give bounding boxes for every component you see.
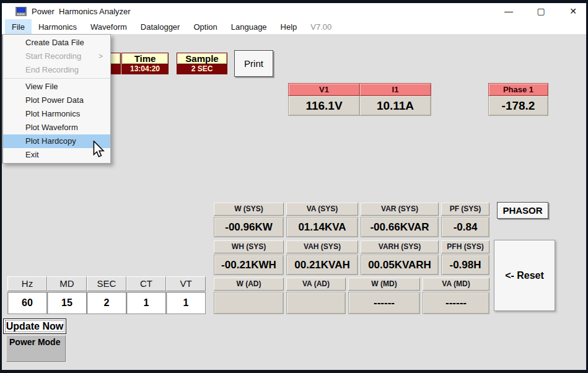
title-bar: Power Harmonics Analyzer — ▢ ✕ (2, 3, 586, 19)
menu-help[interactable]: Help (274, 19, 304, 34)
menu-language[interactable]: Language (224, 19, 274, 34)
grid-value (214, 292, 284, 314)
phasor-button[interactable]: PHASOR (497, 202, 548, 219)
menu-harmonics[interactable]: Harmonics (32, 19, 84, 34)
grid-value: ------ (423, 292, 489, 314)
sample-label: Sample (177, 53, 227, 64)
settings-header: CT (126, 276, 166, 291)
vt-field[interactable]: 1 (166, 292, 206, 314)
grid-value: 00.05KVARH (361, 255, 439, 275)
reset-button[interactable]: <- Reset (494, 240, 555, 311)
v1-value: 116.1V (288, 96, 360, 116)
grid-value: -00.96KW (214, 217, 284, 237)
grid-header: VA (SYS) (286, 203, 358, 216)
grid-value: ------ (348, 292, 420, 314)
sample-panel: Sample 2 SEC (177, 53, 227, 74)
grid-value: -00.21KWH (214, 255, 284, 275)
mouse-cursor-icon (92, 141, 106, 160)
hz-field[interactable]: 60 (7, 292, 47, 314)
grid-value: 01.14KVA (286, 217, 358, 237)
submenu-arrow-icon: > (99, 50, 103, 63)
menu-item-plot-waveform[interactable]: Plot Waveform (3, 121, 110, 134)
time-value: 13:04:20 (122, 64, 168, 74)
measurement-grid: W (SYS) VA (SYS) VAR (SYS) PF (SYS) -00.… (214, 203, 493, 317)
window-title: Power Harmonics Analyzer (32, 7, 131, 16)
menu-item-plot-power-data[interactable]: Plot Power Data (3, 94, 110, 107)
app-icon (15, 7, 27, 16)
grid-header: W (AD) (214, 278, 284, 291)
menu-datalogger[interactable]: Datalogger (134, 19, 187, 34)
grid-header: PFH (SYS) (441, 240, 489, 253)
menu-separator (4, 78, 110, 79)
sample-value: 2 SEC (177, 64, 227, 74)
grid-header: WH (SYS) (214, 240, 284, 253)
settings-header: VT (166, 276, 206, 291)
i1-meter: I1 10.11A (359, 83, 431, 116)
grid-header: VAR (SYS) (361, 203, 439, 216)
md-field[interactable]: 15 (47, 292, 87, 314)
maximize-icon[interactable]: ▢ (533, 6, 549, 16)
menu-item-plot-harmonics[interactable]: Plot Harmonics (3, 107, 110, 121)
phase1-meter: Phase 1 -178.2 (488, 83, 548, 116)
v1-meter: V1 116.1V (288, 83, 360, 116)
settings-table: Hz MD SEC CT VT 60 15 2 1 1 (7, 276, 207, 314)
menu-option[interactable]: Option (186, 19, 224, 34)
menu-file[interactable]: File (5, 19, 32, 34)
menu-item-view-file[interactable]: View File (3, 80, 110, 94)
grid-header: VAH (SYS) (286, 240, 358, 253)
close-icon[interactable]: ✕ (565, 6, 581, 16)
grid-header: W (MD) (348, 278, 420, 291)
menu-version: V7.00 (304, 19, 338, 34)
update-now-button[interactable]: Update Now (3, 318, 66, 334)
grid-value: -0.84 (441, 217, 489, 237)
menu-item-create-data-file[interactable]: Create Data File (3, 36, 110, 50)
power-mode-panel: Power Mode (6, 335, 66, 362)
minimize-icon[interactable]: — (501, 6, 517, 16)
phase1-value: -178.2 (488, 96, 548, 116)
ct-field[interactable]: 1 (126, 292, 166, 314)
menu-bar: File Harmonics Waveform Datalogger Optio… (2, 19, 586, 34)
grid-value: -00.66KVAR (361, 217, 439, 237)
app-window: Power Harmonics Analyzer — ▢ ✕ File Harm… (0, 0, 588, 373)
grid-value (286, 292, 346, 314)
time-panel: Time 13:04:20 (121, 53, 169, 74)
grid-header: VA (AD) (286, 278, 346, 291)
grid-header: VA (MD) (423, 278, 489, 291)
sec-field[interactable]: 2 (87, 292, 126, 314)
settings-header: Hz (7, 276, 47, 291)
settings-header: SEC (87, 276, 126, 291)
time-label: Time (122, 53, 168, 64)
grid-header: W (SYS) (214, 203, 284, 216)
grid-value: -0.98H (441, 255, 489, 275)
phase1-label: Phase 1 (488, 83, 548, 96)
i1-value: 10.11A (359, 96, 431, 116)
grid-value: 00.21KVAH (286, 255, 358, 275)
settings-header: MD (47, 276, 87, 291)
menu-item-start-recording[interactable]: Start Recording > (3, 50, 110, 63)
v1-label: V1 (288, 83, 360, 96)
menu-waveform[interactable]: Waveform (84, 19, 134, 34)
grid-header: VARH (SYS) (361, 240, 439, 253)
menu-item-end-recording[interactable]: End Recording (3, 63, 110, 77)
i1-label: I1 (359, 83, 431, 96)
grid-header: PF (SYS) (441, 203, 489, 216)
print-button[interactable]: Print (234, 50, 273, 77)
